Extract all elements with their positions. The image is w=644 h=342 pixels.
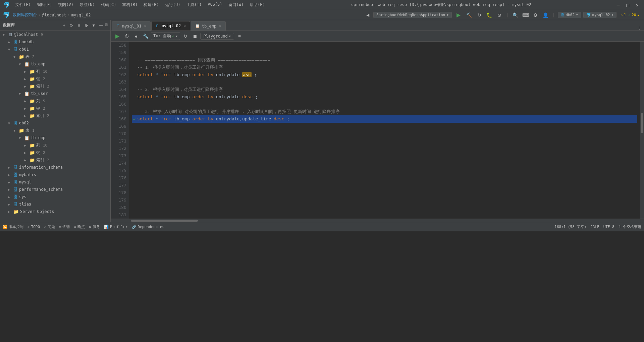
menu-item[interactable]: 运行(U) — [162, 1, 183, 8]
menu-item[interactable]: 代码(C) — [98, 1, 119, 8]
tab-close-icon[interactable]: ✕ — [144, 24, 147, 28]
history-button[interactable]: ⏱ — [123, 32, 131, 40]
code-editor[interactable]: 1581591601611621631641651661671681691701… — [111, 42, 644, 219]
sidebar-item-sys[interactable]: ▶ 🗄 sys — [0, 193, 110, 201]
code-line[interactable] — [132, 160, 637, 167]
sidebar-item-tlias[interactable]: ▶ 🗄 tlias — [0, 201, 110, 208]
sidebar-item-tb-emp-keys[interactable]: ▶ 📁 键 2 — [0, 75, 110, 82]
code-line[interactable] — [132, 78, 637, 86]
code-line[interactable] — [132, 123, 637, 130]
tabs-overflow-menu[interactable]: ⋮ — [638, 26, 643, 31]
sidebar-item-db02[interactable]: ▼ 🗄 db02 — [0, 119, 110, 127]
new-connection-button[interactable]: + — [61, 22, 67, 29]
menu-item[interactable]: 帮助(H) — [247, 1, 268, 8]
breadcrumb-db-control[interactable]: 数据库控制台 — [13, 12, 37, 18]
code-line[interactable] — [132, 137, 637, 145]
code-line[interactable] — [132, 204, 637, 211]
breadcrumb-db[interactable]: mysql_02 — [71, 13, 91, 17]
code-line[interactable] — [132, 196, 637, 204]
user-button[interactable]: 👤 — [542, 11, 550, 19]
nav-back-button[interactable]: ◀ — [364, 11, 371, 19]
sidebar-item-db02-keys[interactable]: ▶ 📁 键 2 — [0, 149, 110, 156]
vertical-scrollbar[interactable] — [640, 42, 644, 219]
menu-item[interactable]: 文件(F) — [13, 1, 34, 8]
collapse-button[interactable]: — — [98, 22, 104, 29]
code-line[interactable] — [132, 145, 637, 152]
app-selector[interactable]: SpringbootWebReqRespApplication ▾ — [373, 12, 452, 18]
sidebar-item-tb-user-keys[interactable]: ▶ 📁 键 2 — [0, 105, 110, 112]
sidebar-item-performance-schema[interactable]: ▶ 🗄 performance_schema — [0, 186, 110, 193]
menu-item[interactable]: 导航(N) — [77, 1, 98, 8]
code-line[interactable]: -- 3. 根据 入职时间 对公司的员工进行 升序排序 . 入职时间相同，再按照… — [132, 108, 637, 115]
sidebar-item-db01[interactable]: ▼ 🗄 db01 — [0, 46, 110, 53]
horizontal-scrollbar[interactable] — [111, 219, 644, 222]
code-line[interactable]: ✓select * from tb_emp order by entrydate… — [132, 115, 637, 123]
sidebar-item-localhost[interactable]: ▼ 🖥 @localhost 9 — [0, 31, 110, 38]
menu-item[interactable]: 窗口(W) — [226, 1, 247, 8]
build-button[interactable]: 🔨 — [465, 11, 473, 19]
code-line[interactable]: -- 1. 根据入职时间，对员工进行升序排序 — [132, 64, 637, 71]
search-button[interactable]: 🔍 — [512, 11, 520, 19]
minimize-button[interactable]: ─ — [615, 2, 622, 8]
close-button[interactable]: ✕ — [634, 2, 641, 8]
code-line[interactable] — [132, 174, 637, 182]
sidebar-item-tb-user-idx[interactable]: ▶ 📁 索引 2 — [0, 112, 110, 119]
code-line[interactable]: -- =================== 排序查询 ============… — [132, 56, 637, 64]
db02-badge[interactable]: 🗄 db02 ▾ — [558, 12, 581, 18]
tab-close-icon[interactable]: ✕ — [183, 24, 186, 28]
menu-item[interactable]: 构建(B) — [141, 1, 162, 8]
status-breakpoints[interactable]: ⊙ 断点 — [74, 224, 85, 229]
debug-button[interactable]: 🐛 — [485, 11, 493, 19]
properties-button[interactable]: ≡ — [75, 22, 82, 29]
code-line[interactable] — [132, 101, 637, 108]
rerun-button[interactable]: ↻ — [475, 11, 483, 19]
menu-item[interactable]: 视图(V) — [55, 1, 76, 8]
code-line[interactable] — [132, 42, 637, 49]
sidebar-item-bookdb[interactable]: ▶ 🗄 bookdb — [0, 38, 110, 46]
sidebar-item-tb-user-cols[interactable]: ▶ 📁 列 5 — [0, 97, 110, 105]
stop-button[interactable]: ⏹ — [191, 32, 199, 40]
sidebar-item-server-objects[interactable]: ▶ 📁 Server Objects — [0, 208, 110, 215]
tab-close-icon[interactable]: ✕ — [219, 24, 221, 28]
tab-mysql01[interactable]: 🗒 mysql_01 ✕ — [112, 21, 151, 31]
status-terminal[interactable]: ▤ 终端 — [59, 224, 70, 229]
sidebar-item-mysql[interactable]: ▶ 🗄 mysql — [0, 178, 110, 186]
menu-bar[interactable]: 文件(F)编辑(E)视图(V)导航(N)代码(C)重构(R)构建(B)运行(U)… — [13, 1, 268, 8]
code-body[interactable]: -- =================== 排序查询 ============… — [129, 42, 640, 219]
mysql02-badge[interactable]: 🐬 mysql_02 ▾ — [583, 12, 617, 18]
maximize-button[interactable]: □ — [624, 2, 631, 8]
pin-button[interactable]: ● — [132, 32, 140, 40]
code-line[interactable] — [132, 211, 637, 219]
sidebar-item-db02-idx[interactable]: ▶ 📁 索引 2 — [0, 156, 110, 164]
status-problems[interactable]: ⚠ 问题 — [44, 224, 55, 229]
sidebar-item-tb-emp-01[interactable]: ▼ 📋 tb_emp — [0, 60, 110, 68]
filter-button[interactable]: ▼ — [90, 22, 97, 29]
menu-item[interactable]: 工具(T) — [184, 1, 205, 8]
translate-button[interactable]: ⌨ — [522, 11, 530, 19]
status-version-control[interactable]: 🔀 版本控制 — [3, 224, 23, 229]
status-indent[interactable]: 4 个空格缩进 — [619, 224, 641, 229]
code-line[interactable] — [132, 49, 637, 56]
code-line[interactable] — [132, 152, 637, 160]
sidebar-item-db01-tables[interactable]: ▼ 📁 表 2 — [0, 53, 110, 60]
settings-btn[interactable]: 🔧 — [142, 32, 150, 40]
code-line[interactable]: select * from tb_emp order by entrydate … — [132, 71, 637, 78]
run-query-button[interactable]: ▶ — [113, 32, 121, 40]
code-line[interactable] — [132, 167, 637, 174]
code-line[interactable] — [132, 189, 637, 196]
status-position[interactable]: 168:1 (58 字符) — [554, 224, 586, 229]
sidebar-item-tb-emp-cols[interactable]: ▶ 📁 列 10 — [0, 68, 110, 75]
breadcrumb-host[interactable]: @localhost — [42, 13, 66, 17]
status-dependencies[interactable]: 🔗 Dependencies — [132, 225, 164, 229]
code-line[interactable] — [132, 130, 637, 137]
status-profiler[interactable]: 📊 Profiler — [104, 225, 128, 229]
warning-badge[interactable]: ⚠ 1 ✓ 20 ▴ — [619, 13, 641, 17]
sidebar-item-mybatis[interactable]: ▶ 🗄 mybatis — [0, 171, 110, 178]
code-line[interactable] — [132, 182, 637, 189]
h-scrollbar-thumb[interactable] — [131, 220, 198, 222]
playground-selector[interactable]: Playground ▾ — [200, 33, 234, 40]
run-button[interactable]: ▶ — [454, 11, 463, 19]
scrollbar-thumb[interactable] — [641, 113, 643, 133]
status-line-ending[interactable]: CRLF — [590, 225, 599, 229]
sidebar-item-db02-cols[interactable]: ▶ 📁 列 10 — [0, 141, 110, 149]
